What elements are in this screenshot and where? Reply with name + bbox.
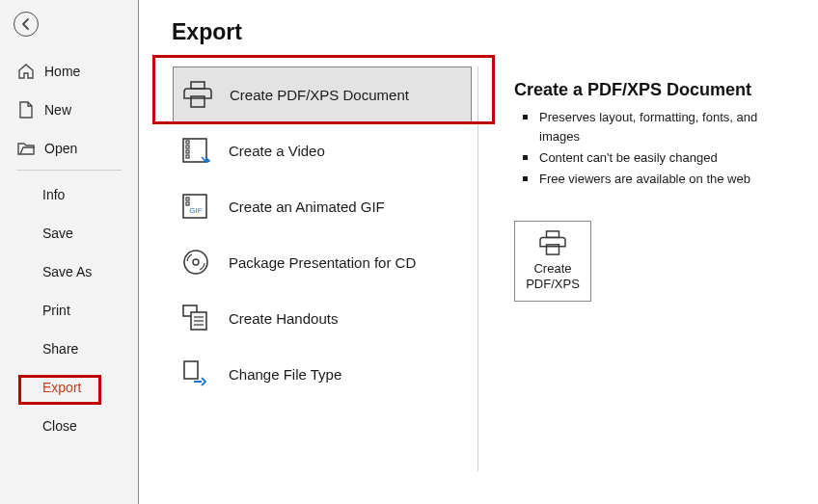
main-panel: Export Create PDF/XPS Document Create a … <box>139 0 818 504</box>
svg-point-11 <box>184 251 207 274</box>
nav-item-save-as[interactable]: Save As <box>0 252 138 291</box>
export-option-label: Package Presentation for CD <box>229 254 416 271</box>
export-option-change-file-type[interactable]: Change File Type <box>173 346 472 402</box>
back-arrow-icon <box>19 17 33 31</box>
printer-icon <box>538 230 567 255</box>
nav-item-share[interactable]: Share <box>0 330 138 368</box>
nav-item-label: Close <box>42 418 77 434</box>
export-option-label: Create PDF/XPS Document <box>230 87 409 103</box>
export-option-create-video[interactable]: Create a Video <box>173 122 472 178</box>
svg-rect-18 <box>184 361 198 379</box>
nav-divider <box>16 170 122 171</box>
nav-item-new[interactable]: New <box>0 91 138 129</box>
export-option-label: Create an Animated GIF <box>229 199 385 215</box>
export-option-label: Change File Type <box>229 366 341 383</box>
detail-bullets: Preserves layout, formatting, fonts, and… <box>514 108 797 190</box>
nav-item-label: Save <box>42 225 73 241</box>
nav-item-home[interactable]: Home <box>0 52 138 91</box>
nav-item-export[interactable]: Export <box>0 368 138 407</box>
nav-item-label: Print <box>42 303 70 318</box>
svg-text:GIF: GIF <box>189 206 202 215</box>
export-option-package-cd[interactable]: Package Presentation for CD <box>173 234 472 290</box>
home-icon <box>17 63 35 80</box>
action-button-label-line2: PDF/XPS <box>526 277 580 292</box>
handouts-icon <box>182 304 211 332</box>
nav-secondary: Info Save Save As Print Share Export Clo… <box>0 175 138 445</box>
export-option-label: Create Handouts <box>229 310 338 327</box>
printer-icon <box>183 80 212 109</box>
nav-primary: Home New Open <box>0 52 138 168</box>
cd-icon <box>182 248 211 277</box>
detail-bullet: Free viewers are available on the web <box>514 170 797 189</box>
svg-rect-4 <box>186 146 189 148</box>
svg-rect-8 <box>186 198 189 200</box>
export-options-column: Create PDF/XPS Document Create a Video G… <box>139 66 478 471</box>
detail-bullet: Preserves layout, formatting, fonts, and… <box>514 108 797 146</box>
nav-item-label: Info <box>42 187 65 202</box>
svg-rect-5 <box>186 150 189 153</box>
change-type-icon <box>182 359 211 388</box>
export-option-label: Create a Video <box>229 143 325 159</box>
open-icon <box>17 140 35 157</box>
svg-rect-0 <box>191 82 204 89</box>
video-icon <box>182 136 211 165</box>
action-button-label-line1: Create <box>533 261 571 277</box>
svg-rect-6 <box>186 155 189 158</box>
svg-rect-3 <box>186 141 189 144</box>
detail-bullet: Content can't be easily changed <box>514 148 797 168</box>
new-icon <box>17 101 35 119</box>
svg-point-12 <box>193 259 199 265</box>
svg-rect-19 <box>547 231 559 238</box>
back-button[interactable] <box>14 12 39 37</box>
nav-item-label: Export <box>42 380 81 395</box>
nav-item-label: Home <box>44 64 80 79</box>
nav-item-label: New <box>44 102 71 118</box>
sidebar: Home New Open Info Save Save As Print Sh… <box>0 0 139 504</box>
nav-item-print[interactable]: Print <box>0 291 138 330</box>
page-title: Export <box>172 19 818 45</box>
export-detail-column: Create a PDF/XPS Document Preserves layo… <box>478 66 797 471</box>
nav-item-save[interactable]: Save <box>0 214 138 252</box>
export-option-create-handouts[interactable]: Create Handouts <box>173 290 472 346</box>
svg-rect-9 <box>186 202 189 205</box>
gif-icon: GIF <box>182 192 211 221</box>
detail-title: Create a PDF/XPS Document <box>514 80 797 100</box>
nav-item-label: Save As <box>42 264 92 279</box>
nav-item-info[interactable]: Info <box>0 175 138 214</box>
nav-item-label: Share <box>42 341 78 357</box>
export-option-create-gif[interactable]: GIF Create an Animated GIF <box>173 178 472 234</box>
export-option-create-pdf-xps[interactable]: Create PDF/XPS Document <box>173 66 472 122</box>
create-pdf-xps-button[interactable]: Create PDF/XPS <box>514 221 591 302</box>
nav-item-label: Open <box>44 141 77 156</box>
nav-item-open[interactable]: Open <box>0 129 138 168</box>
nav-item-close[interactable]: Close <box>0 407 138 445</box>
